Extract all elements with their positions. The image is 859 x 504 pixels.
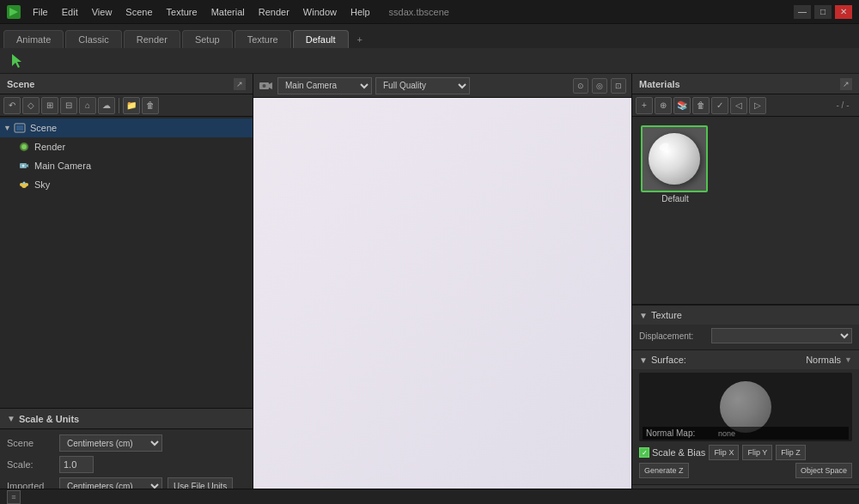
normals-dropdown-icon: ▼ <box>844 355 852 364</box>
close-button[interactable]: ✕ <box>835 5 852 19</box>
quality-select[interactable]: Full Quality Medium Quality Low Quality … <box>375 77 470 94</box>
menu-window[interactable]: Window <box>298 5 342 19</box>
materials-expand-button[interactable]: ↗ <box>840 78 852 90</box>
lock-render-icon: 🔒 <box>223 141 235 153</box>
mat-delete-btn[interactable]: 🗑 <box>692 97 710 114</box>
status-bar: ≡ <box>0 489 859 504</box>
displacement-row: Displacement: <box>639 328 852 343</box>
svg-marker-1 <box>12 54 21 68</box>
scene-panel-header: Scene ↗ <box>0 74 253 94</box>
scale-units-header[interactable]: ▼ Scale & Units <box>0 409 253 429</box>
mat-arrow1-btn[interactable]: ◁ <box>730 97 747 114</box>
select-arrow-icon[interactable] <box>7 51 27 71</box>
material-preview-default <box>641 125 708 192</box>
svg-marker-14 <box>269 82 272 89</box>
svg-marker-7 <box>27 164 28 167</box>
flip-z-button[interactable]: Flip Z <box>776 445 806 460</box>
vp-btn-2[interactable]: ◎ <box>592 78 607 94</box>
lock-camera-icon: 🔒 <box>223 160 235 172</box>
vp-btn-3[interactable]: ⊡ <box>611 78 626 94</box>
generate-z-button[interactable]: Generate Z <box>639 463 689 478</box>
normal-map-value: none <box>718 429 735 438</box>
svg-point-11 <box>25 183 28 186</box>
tree-item-render[interactable]: Render 🔒 👁 <box>0 137 253 156</box>
tab-classic[interactable]: Classic <box>65 30 121 48</box>
mat-arrow2-btn[interactable]: ▷ <box>749 97 766 114</box>
menu-help[interactable]: Help <box>345 5 375 19</box>
tab-texture[interactable]: Texture <box>235 30 291 48</box>
tree-label-camera: Main Camera <box>34 161 223 171</box>
surface-section-content: Normal Map: none ✓ Scale & Bias Flip <box>632 369 859 484</box>
scale-label: Scale: <box>7 459 54 470</box>
scene-tool-2[interactable]: ◇ <box>22 97 40 114</box>
menu-edit[interactable]: Edit <box>57 5 83 19</box>
menu-render[interactable]: Render <box>253 5 295 19</box>
scale-bias-label: Scale & Bias <box>652 447 705 458</box>
scale-input[interactable] <box>59 456 94 473</box>
scale-bias-checkbox[interactable]: ✓ <box>639 447 649 458</box>
menu-scene[interactable]: Scene <box>120 5 157 19</box>
tree-item-scene[interactable]: ▼ Scene 🔒 👁 <box>0 118 253 137</box>
mat-clone-btn[interactable]: ⊕ <box>655 97 672 114</box>
material-item-default[interactable]: Default <box>641 125 710 203</box>
mat-check-btn[interactable]: ✓ <box>711 97 728 114</box>
menu-view[interactable]: View <box>87 5 118 19</box>
tab-render[interactable]: Render <box>124 30 180 48</box>
main-layout: Scene ↗ ↶ ◇ ⊞ ⊟ ⌂ ☁ 📁 🗑 ▼ <box>0 74 859 504</box>
scene-unit-select[interactable]: Centimeters (cm) <box>59 434 162 452</box>
scene-tool-5[interactable]: ⌂ <box>79 97 96 114</box>
surface-section-header[interactable]: ▼ Surface: Normals ▼ <box>632 350 859 369</box>
flip-x-button[interactable]: Flip X <box>709 445 739 460</box>
surface-sphere-preview <box>720 381 771 433</box>
normal-map-label: Normal Map: <box>646 428 715 438</box>
scene-expand-button[interactable]: ↗ <box>234 78 246 90</box>
menu-bar: File Edit View Scene Texture Material Re… <box>27 5 375 19</box>
tree-label-sky: Sky <box>34 179 223 190</box>
mat-lib-btn[interactable]: 📚 <box>673 97 691 114</box>
generate-z-row: Generate Z Object Space <box>639 463 852 478</box>
check-mark-icon: ✓ <box>642 449 648 457</box>
minimize-button[interactable]: — <box>794 5 811 19</box>
tree-label-scene: Scene <box>30 123 223 133</box>
texture-expand-icon: ▼ <box>639 311 648 320</box>
scene-icon <box>13 121 27 135</box>
maximize-button[interactable]: □ <box>814 5 832 19</box>
tab-bar: Animate Classic Render Setup Texture Def… <box>0 24 859 48</box>
displacement-select[interactable] <box>711 328 852 343</box>
tab-animate[interactable]: Animate <box>3 30 64 48</box>
tree-item-camera[interactable]: Main Camera 🔒 👁 <box>0 156 253 175</box>
menu-texture[interactable]: Texture <box>161 5 203 19</box>
menu-file[interactable]: File <box>27 5 53 19</box>
tab-default[interactable]: Default <box>293 30 349 48</box>
viewport-camera-icon <box>259 78 274 94</box>
scene-tool-6[interactable]: ☁ <box>98 97 115 114</box>
scene-tool-folder[interactable]: 📁 <box>123 97 140 114</box>
vp-btn-1[interactable]: ⊙ <box>573 78 588 94</box>
tab-setup[interactable]: Setup <box>182 30 233 48</box>
texture-section-header[interactable]: ▼ Texture <box>632 306 859 325</box>
surface-section: ▼ Surface: Normals ▼ <box>632 349 859 484</box>
flip-y-button[interactable]: Flip Y <box>742 445 772 460</box>
displacement-label: Displacement: <box>639 331 708 341</box>
scene-tool-1[interactable]: ↶ <box>3 97 21 114</box>
scene-panel-title: Scene <box>7 79 34 89</box>
camera-select[interactable]: Main Camera <box>277 77 372 94</box>
scale-bias-check[interactable]: ✓ Scale & Bias <box>639 447 705 458</box>
viewport-content <box>253 98 631 504</box>
scene-panel-header-right: ↗ <box>234 78 246 90</box>
scene-tool-3[interactable]: ⊞ <box>41 97 58 114</box>
scene-tool-delete[interactable]: 🗑 <box>142 97 159 114</box>
normal-map-row: Normal Map: none <box>643 427 849 440</box>
texture-section-content: Displacement: <box>632 325 859 349</box>
tab-add[interactable]: + <box>350 31 369 48</box>
tree-item-sky[interactable]: Sky 🔒 👁 <box>0 175 253 194</box>
svg-point-12 <box>23 182 26 185</box>
svg-rect-3 <box>16 125 23 131</box>
scene-tool-4[interactable]: ⊟ <box>60 97 77 114</box>
separator <box>119 98 119 113</box>
main-toolbar <box>0 48 859 74</box>
menu-material[interactable]: Material <box>206 5 250 19</box>
mat-add-btn[interactable]: + <box>636 97 653 114</box>
object-space-button[interactable]: Object Space <box>795 463 852 478</box>
title-bar-left: File Edit View Scene Texture Material Re… <box>7 5 449 19</box>
